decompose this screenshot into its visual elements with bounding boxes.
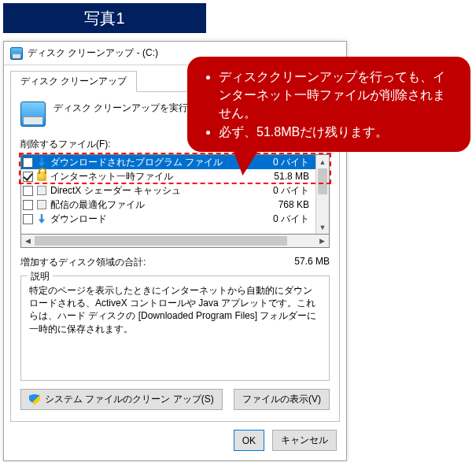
lock-icon <box>37 172 46 181</box>
system-files-cleanup-button[interactable]: システム ファイルのクリーン アップ(S) <box>20 389 223 410</box>
checkbox[interactable] <box>23 157 33 168</box>
file-list-container: ダウンロードされたプログラム ファイル 0 バイト インターネット一時ファイル … <box>20 154 330 248</box>
view-files-button[interactable]: ファイルの表示(V) <box>234 389 330 410</box>
download-icon <box>37 157 46 167</box>
list-item[interactable]: ダウンロードされたプログラム ファイル 0 バイト <box>21 155 315 169</box>
file-icon <box>37 200 46 209</box>
checkbox[interactable] <box>23 186 33 196</box>
button-label: OK <box>242 435 256 446</box>
list-item[interactable]: DirectX シェーダー キャッシュ 0 バイト <box>21 183 315 198</box>
shield-icon <box>29 394 40 405</box>
file-name: 配信の最適化ファイル <box>50 198 262 212</box>
horizontal-scrollbar[interactable]: ◀ ▶ <box>20 235 330 248</box>
drive-large-icon <box>20 102 46 127</box>
file-size: 0 バイト <box>265 156 312 169</box>
scroll-down-icon[interactable]: ▼ <box>316 220 329 234</box>
description-group-label: 説明 <box>28 270 53 283</box>
annotation-callout: ディスククリーンアップを行っても、インターネット一時ファイルが削除されません。 … <box>187 57 470 152</box>
cancel-button[interactable]: キャンセル <box>272 430 337 451</box>
scroll-track[interactable] <box>35 235 315 247</box>
callout-bullet: ディスククリーンアップを行っても、インターネット一時ファイルが削除されません。 <box>219 68 456 123</box>
vertical-scrollbar[interactable]: ▲ ▼ <box>315 155 329 234</box>
download-icon <box>37 214 46 224</box>
file-size: 51.8 MB <box>265 171 312 182</box>
button-label: システム ファイルのクリーン アップ(S) <box>45 393 214 406</box>
scroll-track[interactable] <box>316 168 329 220</box>
file-name: ダウンロード <box>50 213 262 226</box>
tab-label: ディスク クリーンアップ <box>20 76 127 87</box>
file-size: 0 バイト <box>265 184 312 198</box>
panel-button-row: システム ファイルのクリーン アップ(S) ファイルの表示(V) <box>20 389 330 410</box>
file-list[interactable]: ダウンロードされたプログラム ファイル 0 バイト インターネット一時ファイル … <box>20 154 330 235</box>
callout-bullet: 必ず、51.8MBだけ残ります。 <box>219 123 456 141</box>
ok-button[interactable]: OK <box>234 430 264 451</box>
file-icon <box>37 186 46 195</box>
image-title: 写真1 <box>84 8 124 29</box>
scroll-right-icon[interactable]: ▶ <box>315 235 329 247</box>
dialog-button-row: OK キャンセル <box>4 422 346 460</box>
checkbox[interactable] <box>23 200 33 210</box>
total-gain-row: 増加するディスク領域の合計: 57.6 MB <box>20 256 330 269</box>
scroll-left-icon[interactable]: ◀ <box>21 235 35 247</box>
total-gain-value: 57.6 MB <box>267 256 330 269</box>
drive-icon <box>10 47 23 60</box>
image-title-banner: 写真1 <box>3 3 206 33</box>
checkbox[interactable] <box>23 214 33 224</box>
total-gain-label: 増加するディスク領域の合計: <box>20 256 267 269</box>
scroll-thumb[interactable] <box>35 236 287 246</box>
button-label: キャンセル <box>281 434 328 447</box>
scroll-up-icon[interactable]: ▲ <box>316 155 329 168</box>
checkbox[interactable] <box>23 172 33 182</box>
list-item[interactable]: インターネット一時ファイル 51.8 MB <box>21 169 315 183</box>
tab-disk-cleanup[interactable]: ディスク クリーンアップ <box>10 71 137 92</box>
button-label: ファイルの表示(V) <box>242 393 321 406</box>
file-size: 768 KB <box>265 199 312 210</box>
file-size: 0 バイト <box>265 213 312 226</box>
file-list-body: ダウンロードされたプログラム ファイル 0 バイト インターネット一時ファイル … <box>21 155 315 234</box>
file-name: DirectX シェーダー キャッシュ <box>50 184 262 198</box>
list-item[interactable]: ダウンロード 0 バイト <box>21 212 315 226</box>
window-title: ディスク クリーンアップ - (C:) <box>28 46 158 60</box>
description-text: 特定のページを表示したときにインターネットから自動的にダウンロードされる、Act… <box>29 284 321 371</box>
list-item[interactable]: 配信の最適化ファイル 768 KB <box>21 198 315 212</box>
description-group: 説明 特定のページを表示したときにインターネットから自動的にダウンロードされる、… <box>20 275 330 381</box>
scroll-thumb[interactable] <box>318 168 327 194</box>
